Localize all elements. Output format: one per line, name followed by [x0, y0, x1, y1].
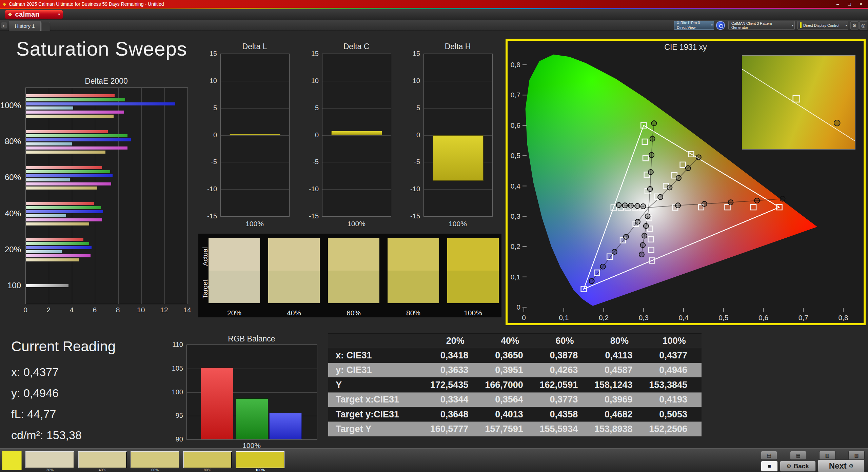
y-tick-label: 110: [172, 341, 183, 349]
calman-menu-button[interactable]: ❖ calman ▾: [5, 10, 63, 19]
layout-view-button-1[interactable]: ▤: [761, 451, 777, 460]
delta-h-x-label: 100%: [423, 220, 492, 228]
y-tick-label: -5: [211, 158, 217, 166]
current-color-chip: [2, 451, 22, 470]
measured-marker-yellow: [667, 185, 672, 190]
measured-marker-blue: [600, 264, 606, 269]
gridline: [221, 189, 289, 190]
measured-marker-red: [780, 196, 785, 201]
rgb-bar-red: [201, 368, 233, 439]
maximize-button[interactable]: □: [844, 1, 854, 7]
y-tick-label: 15: [413, 50, 420, 58]
x-tick-label: 0,8: [838, 314, 848, 321]
close-button[interactable]: ×: [856, 1, 866, 7]
layout-view-button-4[interactable]: ▧: [848, 451, 865, 460]
current-reading-title: Current Reading: [11, 338, 116, 355]
column-header: 60%: [537, 336, 592, 346]
x-tick-label: 0,4: [678, 314, 689, 321]
tab-stub[interactable]: [41, 22, 50, 31]
de-bar-red: [26, 130, 108, 133]
table-cell: 0,4263: [537, 365, 592, 375]
reading-line: x: 0,4377: [11, 361, 82, 382]
y-tick-label: -10: [309, 185, 319, 193]
pattern-swatch-80%[interactable]: [183, 451, 232, 468]
settings-gear-button[interactable]: ⚙: [850, 21, 859, 29]
stop-button[interactable]: ■: [761, 461, 778, 472]
table-row: Target y:CIE310,36480,40130,43580,46820,…: [328, 407, 702, 421]
display-control-color-chip: [800, 22, 802, 28]
measured-marker-red: [728, 200, 733, 205]
measured-marker-blue: [635, 219, 640, 224]
table-row: Y172,5435166,7000162,0591158,1243153,384…: [328, 377, 702, 392]
meter-selector-button[interactable]: X-Rite i1Pro 3 Direct View ▾: [674, 21, 714, 30]
row-label: Target Y: [328, 424, 428, 434]
minimize-button[interactable]: –: [833, 1, 843, 7]
de-bar-blue: [26, 138, 131, 141]
pattern-swatch-20%[interactable]: [25, 451, 74, 468]
actual-swatch-80%: [388, 238, 439, 271]
session-power-button[interactable]: ◎: [859, 21, 867, 29]
next-button[interactable]: Next ⚙: [818, 459, 865, 472]
measured-marker-yellow: [696, 155, 701, 160]
y-tick-label: 10: [311, 77, 319, 85]
gridline: [424, 81, 492, 81]
table-cell: 0,3878: [537, 350, 592, 361]
pattern-swatch-40%[interactable]: [78, 451, 127, 468]
de-bar-magenta: [26, 146, 127, 150]
layout-view-button-2[interactable]: ▦: [790, 451, 806, 460]
delta-h-chart: [423, 54, 493, 217]
gridline: [424, 108, 492, 109]
measured-marker-green: [648, 170, 653, 175]
display-control-button[interactable]: Direct Display Control ▾: [797, 21, 848, 30]
saturation-data-table: 20%40%60%80%100%x: CIE310,34180,36500,38…: [328, 333, 702, 436]
measured-marker-magenta: [644, 223, 649, 229]
x-tick-label: 8: [111, 306, 125, 314]
de-bar-magenta: [26, 218, 102, 221]
measured-marker-red: [754, 198, 760, 203]
table-cell: 0,3564: [482, 394, 537, 405]
target-swatch-80%: [388, 271, 439, 303]
x-tick-label: 0: [18, 306, 33, 314]
tab-scroll-button[interactable]: ▸: [1, 22, 7, 28]
back-label: Back: [794, 463, 809, 470]
x-tick-label: 14: [180, 306, 195, 314]
actual-swatch-100%: [447, 238, 499, 271]
de-bar-magenta: [26, 182, 111, 185]
app-header: ❖ calman ▾: [0, 9, 868, 20]
measured-marker-magenta: [639, 252, 644, 257]
gridline: [49, 88, 49, 304]
gear-icon: ⚙: [849, 463, 853, 469]
de-bar-green: [26, 242, 89, 245]
y-tick-label: 0: [315, 131, 319, 139]
table-row: Target Y160,5777157,7591155,5934153,8938…: [328, 421, 702, 436]
back-button[interactable]: ⚙ Back: [780, 461, 816, 472]
meter-mode: Direct View: [677, 25, 700, 30]
measured-marker-cyan: [622, 203, 627, 208]
table-cell: 0,3650: [482, 350, 537, 361]
measured-marker-cyan: [628, 203, 633, 208]
layout-view-button-3[interactable]: ▥: [819, 451, 835, 460]
pattern-swatch-60%[interactable]: [131, 451, 179, 468]
window-titlebar: ◆ Calman 2025 Calman Ultimate for Busine…: [0, 0, 868, 8]
de-bar-blue: [26, 246, 92, 249]
page-title: Saturation Sweeps: [16, 37, 187, 60]
gamut-edge-line: [742, 69, 855, 141]
column-header: 40%: [482, 336, 537, 346]
reading-line: fL: 44,77: [11, 404, 82, 425]
x-tick-label: 12: [157, 306, 172, 314]
measured-marker-yellow: [686, 166, 691, 171]
pattern-swatch-label: 40%: [78, 468, 127, 472]
current-reading-values: x: 0,4377y: 0,4946fL: 44,77cd/m²: 153,38: [11, 361, 82, 446]
measured-marker-blue: [612, 249, 617, 254]
target-swatch-100%: [447, 271, 499, 303]
pattern-generator-button[interactable]: CalMAN Client 3 Pattern Generator ▾: [728, 21, 795, 30]
table-cell: 162,0591: [537, 380, 592, 390]
pattern-swatch-100%[interactable]: [236, 451, 284, 468]
y-tick-label: 0,8: [511, 61, 520, 68]
tab-history-1[interactable]: History 1: [9, 21, 41, 31]
y-tick-label: 95: [176, 412, 183, 419]
y-tick-label: 10: [413, 77, 420, 85]
value-bar: [331, 131, 382, 135]
measured-marker-green: [650, 136, 655, 141]
y-tick-label: 100: [172, 388, 183, 396]
